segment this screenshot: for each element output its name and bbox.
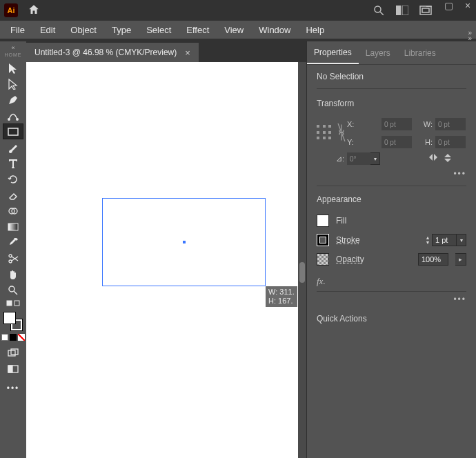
screen-mode-tool-icon[interactable] [3, 361, 23, 377]
tab-libraries[interactable]: Libraries [397, 41, 443, 64]
tab-properties[interactable]: Properties [307, 41, 359, 64]
fx-button[interactable]: fx. [317, 269, 466, 292]
menu-type[interactable]: Type [106, 23, 137, 37]
search-icon[interactable] [373, 4, 385, 17]
rectangle-tool[interactable] [3, 123, 23, 139]
window-close-button[interactable]: × [462, 0, 473, 11]
angle-dropdown-icon[interactable]: ▾ [370, 152, 380, 165]
flip-vertical-icon[interactable] [444, 153, 452, 165]
svg-rect-21 [8, 366, 12, 372]
color-mode-none-icon[interactable] [18, 334, 25, 341]
curvature-tool[interactable] [3, 108, 23, 123]
stroke-label[interactable]: Stroke [336, 235, 360, 245]
svg-rect-2 [396, 6, 401, 15]
menu-bar: File Edit Object Type Select Effect View… [0, 21, 476, 39]
drawn-rectangle[interactable] [102, 198, 266, 286]
menu-edit[interactable]: Edit [34, 23, 61, 37]
menu-select[interactable]: Select [140, 23, 177, 37]
svg-line-1 [380, 12, 384, 15]
title-bar: Ai – ▢ × [0, 0, 476, 21]
menu-view[interactable]: View [218, 23, 250, 37]
drawing-mode-icon[interactable] [3, 345, 23, 361]
toggle-fill-stroke-icon[interactable] [3, 298, 23, 309]
collapse-panel-icon[interactable]: » [468, 34, 472, 42]
svg-rect-11 [8, 223, 18, 230]
shape-builder-tool[interactable] [3, 203, 23, 219]
svg-point-13 [9, 260, 12, 263]
gradient-tool[interactable] [3, 219, 23, 235]
fill-label: Fill [336, 216, 346, 226]
dimension-tooltip: W: 311. H: 167. [266, 286, 297, 307]
pen-tool[interactable] [3, 92, 23, 108]
fill-color-swatch[interactable] [3, 312, 16, 324]
toolbox: « HOME ••• [0, 41, 26, 458]
toolbox-collapse-icon[interactable]: « [11, 44, 14, 51]
arrange-documents-icon[interactable] [396, 6, 408, 15]
transform-panel-menu-icon[interactable]: ••• [317, 166, 466, 186]
menu-object[interactable]: Object [64, 23, 103, 37]
direct-selection-tool[interactable] [3, 76, 23, 92]
svg-point-6 [8, 118, 10, 119]
opacity-field[interactable]: 100% [418, 253, 448, 266]
fill-stroke-color-control[interactable] [3, 312, 23, 331]
svg-rect-18 [8, 350, 15, 356]
reference-point-control[interactable] [317, 125, 336, 141]
home-icon[interactable] [28, 3, 40, 18]
selection-tool[interactable] [3, 60, 23, 76]
window-maximize-button[interactable]: ▢ [443, 0, 454, 11]
quick-actions-title: Quick Actions [317, 314, 466, 323]
svg-rect-17 [14, 301, 19, 306]
color-mode-gradient-icon[interactable] [10, 334, 17, 341]
scissors-tool[interactable] [3, 250, 23, 266]
w-field[interactable]: 0 pt [435, 118, 466, 130]
document-area: Untitled-3 @ 46.98 % (CMYK/Preview) × W:… [26, 41, 306, 458]
svg-rect-3 [402, 6, 408, 15]
close-tab-icon[interactable]: × [185, 48, 190, 58]
artboard[interactable]: W: 311. H: 167. [26, 62, 298, 458]
zoom-tool[interactable] [3, 282, 23, 298]
svg-point-12 [9, 255, 12, 257]
stroke-weight-dropdown-icon[interactable]: ▾ [457, 234, 466, 246]
svg-line-15 [14, 291, 17, 295]
selection-center-point-icon [183, 241, 186, 243]
h-field[interactable]: 0 pt [435, 136, 466, 148]
eraser-tool[interactable] [3, 187, 23, 203]
toolbox-home-label: HOME [5, 52, 22, 57]
hand-tool[interactable] [3, 266, 23, 282]
menu-file[interactable]: File [4, 23, 31, 37]
color-mode-color-icon[interactable] [1, 334, 8, 341]
flip-horizontal-icon[interactable] [428, 153, 438, 165]
menu-effect[interactable]: Effect [180, 23, 215, 37]
eyedropper-tool[interactable] [3, 235, 23, 250]
selection-status: No Selection [317, 72, 466, 89]
constrain-proportions-icon[interactable] [336, 122, 347, 145]
vertical-scrollbar[interactable] [298, 62, 306, 458]
opacity-popup-icon[interactable]: ▸ [455, 253, 466, 266]
svg-rect-16 [7, 301, 12, 306]
edit-toolbar-button[interactable]: ••• [7, 384, 20, 393]
scroll-thumb[interactable] [299, 262, 305, 283]
h-label: H: [401, 138, 435, 146]
stroke-swatch[interactable] [317, 234, 329, 246]
menu-window[interactable]: Window [252, 23, 297, 37]
rotate-tool[interactable] [3, 171, 23, 187]
stroke-weight-stepper[interactable]: ▲▼ [424, 235, 432, 245]
angle-field[interactable]: 0° [347, 152, 370, 165]
right-panel: » Properties Layers Libraries No Selecti… [306, 41, 476, 458]
document-tab[interactable]: Untitled-3 @ 46.98 % (CMYK/Preview) × [26, 43, 199, 62]
opacity-swatch[interactable] [317, 253, 329, 266]
transform-section: X: 0 pt W: 0 pt Y: 0 pt H: 0 pt ⊿: 0°▾ [317, 115, 466, 166]
type-tool[interactable] [3, 155, 23, 171]
canvas-viewport[interactable]: W: 311. H: 167. [26, 62, 306, 458]
y-label: Y: [347, 138, 381, 146]
opacity-label[interactable]: Opacity [336, 255, 364, 264]
appearance-panel-menu-icon[interactable]: ••• [317, 292, 466, 311]
paintbrush-tool[interactable] [3, 139, 23, 155]
menu-help[interactable]: Help [299, 23, 330, 37]
window-minimize-button[interactable]: – [424, 0, 435, 11]
fill-swatch[interactable] [317, 215, 329, 227]
stroke-weight-field[interactable]: 1 pt [432, 234, 457, 246]
tab-layers[interactable]: Layers [359, 41, 397, 64]
svg-point-7 [17, 118, 18, 119]
app-icon: Ai [4, 3, 18, 17]
